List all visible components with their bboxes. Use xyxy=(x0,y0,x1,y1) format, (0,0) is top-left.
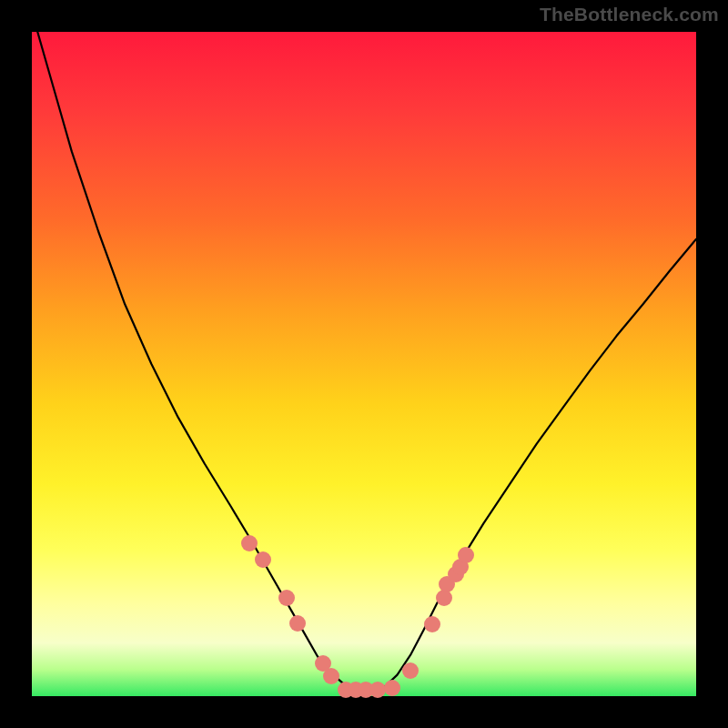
bottleneck-curve xyxy=(32,32,696,696)
plot-area xyxy=(32,32,696,696)
curve-path xyxy=(32,32,696,693)
chart-stage: TheBottleneck.com xyxy=(0,0,728,728)
data-point xyxy=(369,682,386,698)
data-point xyxy=(289,615,306,632)
data-point xyxy=(278,590,295,606)
data-point xyxy=(458,547,474,563)
watermark-text: TheBottleneck.com xyxy=(540,4,719,25)
data-point xyxy=(323,668,339,684)
data-point xyxy=(384,680,400,696)
